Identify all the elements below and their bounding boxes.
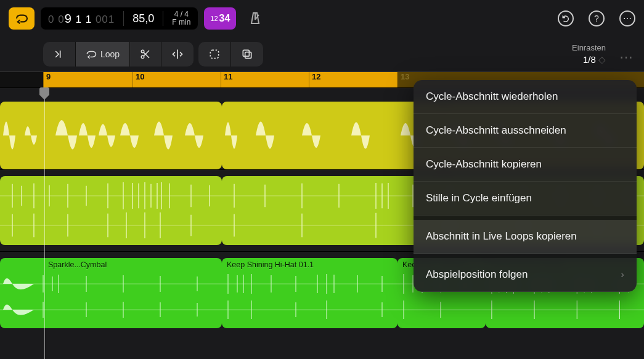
lcd-display[interactable]: 0 09 1 1 001 85,0 4 / 4 F min	[41, 7, 198, 30]
region-label: Sparkle...Cymbal	[48, 260, 107, 269]
metronome-button[interactable]	[242, 7, 268, 30]
bar-marker: 9	[43, 72, 51, 87]
menu-item-label: Abspielposition folgen	[426, 268, 528, 281]
menu-cycle-repeat[interactable]: Cycle-Abschnitt wiederholen	[414, 80, 637, 114]
menu-separator	[414, 216, 637, 220]
playhead-position: 0 09 1 1 001	[48, 12, 115, 26]
marquee-tool[interactable]	[198, 42, 231, 67]
audio-region[interactable]: Sparkle...Cymbal	[0, 258, 222, 328]
bar-marker: 11	[221, 72, 232, 87]
copy-tool[interactable]	[231, 42, 263, 67]
snap-label: Einrasten	[572, 43, 606, 52]
bar-marker: 13	[397, 72, 409, 87]
tempo-display[interactable]: 85,0	[132, 12, 154, 25]
audio-region[interactable]	[222, 102, 444, 169]
bar-marker: 10	[132, 72, 144, 87]
time-sig-key[interactable]: 4 / 4 F min	[172, 10, 190, 26]
toolbar-overflow[interactable]: ⋯	[619, 49, 633, 65]
snap-value: 1/8	[583, 54, 596, 65]
more-button[interactable]: ⋯	[619, 10, 635, 26]
help-button[interactable]: ?	[589, 10, 605, 26]
svg-rect-7	[245, 52, 251, 58]
menu-separator	[414, 254, 637, 258]
menu-cycle-cut[interactable]: Cycle-Abschnitt ausschneiden	[414, 114, 637, 148]
scissors-tool[interactable]	[130, 42, 161, 67]
context-menu: Cycle-Abschnitt wiederholen Cycle-Abschn…	[414, 80, 637, 292]
menu-follow-playhead[interactable]: Abspielposition folgen ›	[414, 258, 637, 292]
svg-rect-8	[243, 50, 249, 56]
svg-point-2	[141, 55, 144, 58]
bar-marker: 12	[309, 72, 320, 87]
undo-button[interactable]	[558, 10, 574, 26]
chevron-right-icon: ›	[621, 268, 624, 281]
menu-copy-to-live-loops[interactable]: Abschnitt in Live Loops kopieren	[414, 220, 637, 254]
svg-rect-6	[210, 50, 218, 58]
split-tool[interactable]	[161, 42, 194, 67]
svg-point-1	[141, 50, 144, 53]
cycle-toggle[interactable]	[9, 7, 35, 30]
countin-button[interactable]: 12123434	[204, 7, 236, 30]
audio-region[interactable]: Keep Shining Hi-Hat 01.1	[222, 258, 397, 328]
region-label: Keep Shining Hi-Hat 01.1	[227, 260, 314, 269]
menu-cycle-silence[interactable]: Stille in Cycle einfügen	[414, 182, 637, 216]
audio-region[interactable]	[0, 102, 222, 169]
audio-region[interactable]	[0, 176, 222, 245]
menu-cycle-copy[interactable]: Cycle-Abschnitt kopieren	[414, 148, 637, 182]
loop-tool-label: Loop	[100, 49, 120, 59]
loop-tool[interactable]: Loop	[76, 42, 130, 67]
insert-marker-tool[interactable]	[43, 42, 76, 67]
